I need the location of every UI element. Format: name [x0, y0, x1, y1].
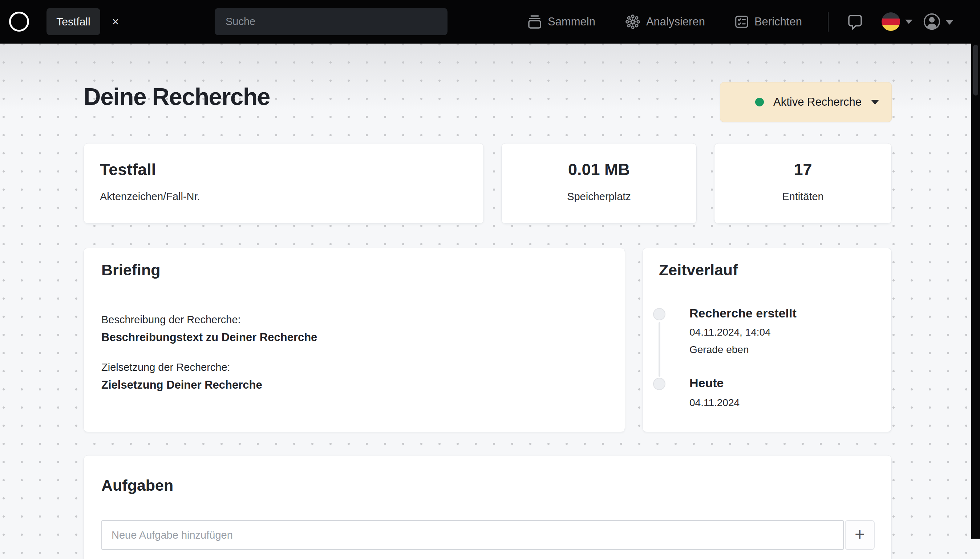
- timeline-card: Zeitverlauf Recherche erstellt 04.11.202…: [643, 248, 892, 432]
- status-dot-icon: [755, 98, 764, 106]
- user-avatar-icon: [923, 13, 941, 32]
- stat-card-case: Testfall Aktenzeichen/Fall-Nr.: [84, 143, 484, 224]
- nav-label: Sammeln: [548, 15, 595, 28]
- status-label: Aktive Recherche: [764, 96, 871, 109]
- tab-close-icon[interactable]: ×: [107, 8, 124, 35]
- timeline-event-meta: 04.11.2024: [689, 397, 740, 408]
- timeline-event-title: Recherche erstellt: [689, 306, 797, 320]
- timeline-node: [653, 378, 666, 390]
- search-box: [215, 8, 448, 35]
- account-menu[interactable]: [923, 13, 953, 32]
- stat-value: 0.01 MB: [517, 160, 680, 179]
- timeline-connector: [659, 322, 660, 377]
- speech-bubble-icon: [846, 25, 864, 31]
- timeline-event-title: Heute: [689, 376, 724, 390]
- stat-card-entities: 17 Entitäten: [714, 143, 892, 224]
- topbar-divider: [828, 12, 828, 31]
- stat-label: Entitäten: [730, 191, 875, 203]
- language-selector[interactable]: [882, 12, 912, 31]
- nav-item-berichten[interactable]: Berichten: [733, 13, 802, 30]
- stat-label: Speicherplatz: [517, 191, 680, 203]
- briefing-section-value: Beschreibungstext zu Deiner Recherche: [101, 331, 607, 344]
- chevron-down-icon: [905, 20, 912, 24]
- cluster-icon: [624, 13, 642, 31]
- nav-label: Berichten: [754, 15, 802, 28]
- briefing-section-label: Beschreibung der Recherche:: [101, 314, 607, 326]
- stats-row: Testfall Aktenzeichen/Fall-Nr. 0.01 MB S…: [84, 143, 892, 224]
- nav-item-analysieren[interactable]: Analysieren: [624, 13, 705, 31]
- plus-icon: +: [855, 526, 865, 543]
- main-nav: Sammeln: [526, 0, 802, 44]
- briefing-section-label: Zielsetzung der Recherche:: [101, 361, 607, 374]
- scrollbar-thumb[interactable]: [973, 45, 978, 96]
- card-title: Aufgaben: [101, 476, 173, 495]
- nav-label: Analysieren: [646, 15, 705, 28]
- status-badge[interactable]: Aktive Recherche: [720, 82, 892, 122]
- card-title: Zeitverlauf: [659, 261, 738, 279]
- briefing-section-value: Zielsetzung Deiner Recherche: [101, 379, 607, 392]
- checklist-icon: [733, 13, 750, 30]
- vertical-scrollbar[interactable]: [971, 44, 980, 539]
- nav-item-sammeln[interactable]: Sammeln: [526, 13, 595, 30]
- briefing-card: Briefing Beschreibung der Recherche: Bes…: [84, 248, 625, 432]
- chevron-down-icon: [946, 20, 953, 25]
- timeline-event-meta: 04.11.2024, 14:04: [689, 327, 771, 338]
- new-task-input[interactable]: [101, 520, 844, 550]
- chat-button[interactable]: [846, 13, 864, 30]
- app-logo-icon[interactable]: [9, 12, 29, 31]
- topbar: Testfall × Sammeln: [0, 0, 980, 44]
- tab-testfall[interactable]: Testfall: [46, 8, 100, 35]
- add-task-button[interactable]: +: [845, 520, 875, 550]
- tasks-card: Aufgaben +: [84, 455, 892, 559]
- main-content: Deine Recherche Aktive Recherche Testfal…: [0, 44, 980, 559]
- stat-label: Aktenzeichen/Fall-Nr.: [100, 191, 468, 203]
- timeline-event-meta: Gerade eben: [689, 344, 749, 356]
- stat-value: 17: [730, 160, 875, 179]
- stat-value: Testfall: [100, 160, 468, 179]
- collect-stack-icon: [526, 13, 544, 30]
- card-title: Briefing: [101, 261, 607, 279]
- search-input[interactable]: [225, 15, 437, 28]
- timeline-node: [653, 308, 666, 320]
- stat-card-storage: 0.01 MB Speicherplatz: [501, 143, 697, 224]
- german-flag-icon: [882, 12, 900, 31]
- tab-label: Testfall: [56, 16, 90, 28]
- chevron-down-icon: [871, 100, 879, 104]
- task-input-row: +: [101, 520, 875, 550]
- page-title: Deine Recherche: [84, 83, 270, 111]
